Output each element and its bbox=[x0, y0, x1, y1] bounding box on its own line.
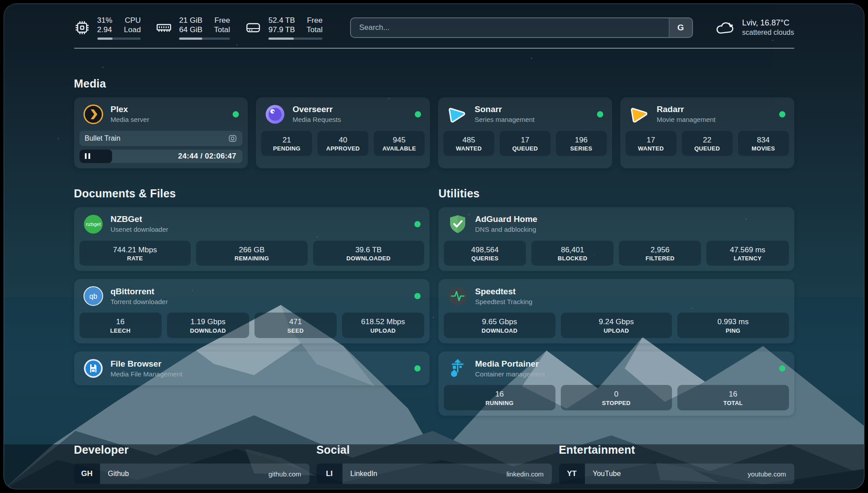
stat-download: 9.65 Gbps DOWNLOAD bbox=[444, 313, 555, 338]
weather-location-temp: Lviv, 16.87°C bbox=[742, 18, 794, 28]
bookmark-github[interactable]: GH Github github.com bbox=[74, 464, 309, 484]
stat-seed: 471 SEED bbox=[255, 313, 337, 338]
service-card-sonarr[interactable]: Sonarr Series management 485 WANTED 17 Q… bbox=[438, 97, 612, 168]
bookmark-name: LinkedIn bbox=[351, 470, 378, 478]
service-desc: Movie management bbox=[657, 115, 716, 124]
memory-progress-track bbox=[179, 38, 230, 40]
filebrowser-icon bbox=[83, 358, 104, 379]
service-card-adguard[interactable]: AdGuard Home DNS and adblocking 498,564 … bbox=[438, 207, 794, 272]
service-name: Speedtest bbox=[475, 286, 532, 297]
dashboard-window: 31% 2.94 CPU Load bbox=[4, 4, 864, 489]
bookmark-name: YouTube bbox=[593, 470, 621, 478]
service-desc: Usenet downloader bbox=[111, 225, 168, 234]
service-card-qbittorrent[interactable]: qb qBittorrent Torrent downloader 16 LEE… bbox=[74, 279, 430, 343]
cloud-icon bbox=[714, 19, 736, 37]
svg-text:nzbget: nzbget bbox=[86, 221, 100, 227]
service-desc: Speedtest Tracking bbox=[475, 297, 532, 306]
cast-icon[interactable] bbox=[228, 134, 237, 143]
service-desc: Container management bbox=[475, 370, 545, 379]
service-card-filebrowser[interactable]: File Browser Media File Management bbox=[74, 351, 430, 385]
service-name: Radarr bbox=[657, 104, 716, 115]
disk-progress-fill bbox=[268, 38, 294, 40]
status-dot-online bbox=[597, 111, 603, 117]
weather-condition: scattered clouds bbox=[742, 28, 794, 38]
service-card-overseerr[interactable]: Overseerr Media Requests 21 PENDING 40 A… bbox=[256, 97, 430, 168]
stat-remaining: 266 GB REMAINING bbox=[196, 241, 308, 266]
cpu-progress-track bbox=[97, 38, 141, 40]
cpu-label: CPU bbox=[125, 16, 141, 25]
disk-free-value: 52.4 TB bbox=[268, 16, 295, 25]
service-desc: Media File Management bbox=[111, 370, 183, 379]
disk-resource-widget: 52.4 TB 97.9 TB Free Total bbox=[245, 16, 322, 40]
stat-wanted: 17 WANTED bbox=[626, 131, 676, 156]
speedtest-icon bbox=[447, 286, 468, 306]
bookmarks-section: Developer GH Github github.com SO StackO… bbox=[74, 443, 794, 489]
service-name: Sonarr bbox=[475, 104, 534, 115]
bookmark-linkedin[interactable]: LI LinkedIn linkedin.com bbox=[317, 464, 552, 484]
adguard-icon bbox=[447, 214, 468, 234]
service-card-speedtest[interactable]: Speedtest Speedtest Tracking 9.65 Gbps D… bbox=[438, 279, 794, 343]
bookmark-url: github.com bbox=[268, 470, 301, 478]
bookmark-youtube[interactable]: YT YouTube youtube.com bbox=[559, 464, 794, 484]
cpu-load-value: 2.94 bbox=[97, 25, 113, 34]
top-bar: 31% 2.94 CPU Load bbox=[74, 16, 794, 40]
memory-resource-widget: 21 GiB 64 GiB Free Total bbox=[156, 16, 230, 40]
service-name: Overseerr bbox=[292, 104, 341, 115]
status-dot-online bbox=[779, 111, 785, 117]
stat-approved: 40 APPROVED bbox=[317, 131, 368, 156]
stat-queued: 17 QUEUED bbox=[500, 131, 551, 156]
memory-free-value: 21 GiB bbox=[179, 16, 202, 25]
stat-total: 16 TOTAL bbox=[677, 385, 789, 410]
stat-blocked: 86,401 BLOCKED bbox=[531, 241, 613, 266]
service-card-portainer[interactable]: Media Portainer Container management 16 … bbox=[438, 351, 794, 416]
status-dot-online bbox=[414, 221, 421, 227]
status-dot-online bbox=[414, 365, 421, 372]
memory-total-value: 64 GiB bbox=[179, 25, 202, 34]
stat-queued: 22 QUEUED bbox=[682, 131, 733, 156]
service-desc: DNS and adblocking bbox=[475, 225, 537, 234]
section-title-media: Media bbox=[74, 77, 794, 90]
service-card-plex[interactable]: Plex Media server Bullet Train 24:44 / 0 bbox=[74, 97, 248, 168]
plex-progress-fill bbox=[79, 150, 112, 163]
cpu-progress-fill bbox=[97, 38, 113, 40]
bookmark-name: Github bbox=[108, 470, 129, 478]
stat-series: 196 SERIES bbox=[556, 131, 607, 156]
search-input[interactable] bbox=[351, 18, 692, 37]
memory-progress-fill bbox=[179, 38, 202, 40]
service-card-radarr[interactable]: Radarr Movie management 17 WANTED 22 QUE… bbox=[620, 97, 794, 168]
service-desc: Media server bbox=[111, 115, 150, 124]
stat-stopped: 0 STOPPED bbox=[561, 385, 672, 410]
overseerr-icon bbox=[265, 104, 285, 125]
bookmark-abbr: LI bbox=[317, 464, 342, 484]
search-provider-button[interactable]: G bbox=[669, 18, 692, 37]
service-card-nzbget[interactable]: nzbget NZBGet Usenet downloader 744.21 M… bbox=[74, 207, 430, 272]
disk-progress-track bbox=[268, 38, 322, 40]
sonarr-icon bbox=[447, 104, 467, 125]
section-title-documents: Documents & Files bbox=[74, 187, 430, 200]
plex-progress-row: 24:44 / 02:06:47 bbox=[79, 150, 243, 163]
service-name: NZBGet bbox=[111, 214, 168, 225]
bookmark-group-developer: Developer GH Github github.com SO StackO… bbox=[74, 443, 309, 489]
nzbget-icon: nzbget bbox=[83, 214, 104, 234]
stat-pending: 21 PENDING bbox=[261, 131, 312, 156]
stat-download: 1.19 Gbps DOWNLOAD bbox=[167, 313, 249, 338]
stat-wanted: 485 WANTED bbox=[443, 131, 494, 156]
section-title-developer: Developer bbox=[74, 443, 309, 456]
pause-icon[interactable] bbox=[85, 153, 90, 159]
disk-total-value: 97.9 TB bbox=[268, 25, 295, 34]
media-cards-row: Plex Media server Bullet Train 24:44 / 0 bbox=[74, 97, 794, 168]
weather-widget: Lviv, 16.87°C scattered clouds bbox=[714, 18, 794, 38]
stat-latency: 47.569 ms LATENCY bbox=[706, 241, 789, 266]
memory-icon bbox=[156, 20, 172, 36]
stat-rate: 744.21 Mbps RATE bbox=[79, 241, 191, 266]
cpu-icon bbox=[74, 20, 90, 36]
search-bar[interactable]: G bbox=[350, 17, 693, 38]
radarr-icon bbox=[629, 104, 650, 125]
topbar-divider bbox=[74, 48, 794, 49]
service-name: Plex bbox=[111, 104, 150, 115]
service-name: File Browser bbox=[111, 359, 183, 370]
svg-text:qb: qb bbox=[89, 292, 97, 300]
stat-leech: 16 LEECH bbox=[79, 313, 162, 338]
stat-running: 16 RUNNING bbox=[444, 385, 555, 410]
documents-column: nzbget NZBGet Usenet downloader 744.21 M… bbox=[74, 207, 430, 416]
